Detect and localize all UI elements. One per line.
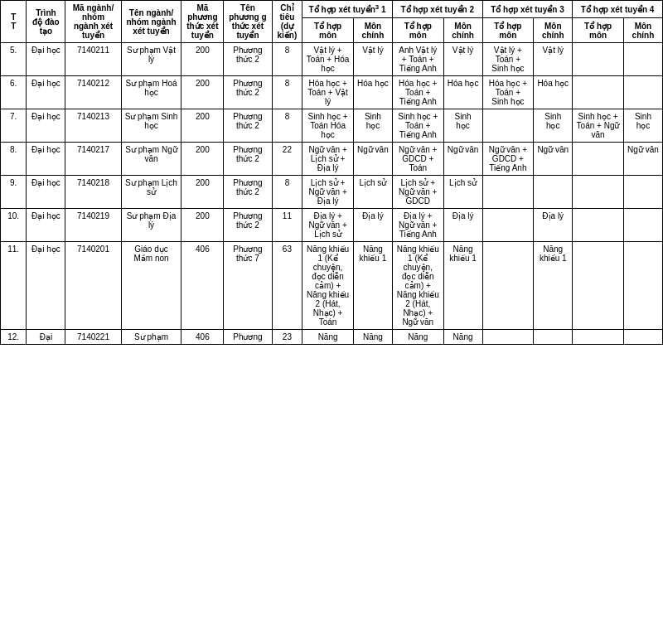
cell-ma: 7140218 — [65, 176, 121, 209]
cell-mon3: Hóa học — [534, 76, 573, 109]
cell-phuong: Phương thức 2 — [224, 43, 272, 76]
col-header-tohop2: Tổ hợp xét tuyển 2 — [392, 1, 482, 18]
cell-ma: 7140212 — [65, 76, 121, 109]
table-row: 7.Đại học7140213Sư phạm Sinh học200Phươn… — [1, 109, 663, 143]
table-row: 10.Đại học7140219Sư phạm Địa lý200Phương… — [1, 209, 663, 242]
col-header-tohop4: Tổ hợp xét tuyển 4 — [573, 1, 663, 18]
cell-maphuong: 200 — [181, 76, 224, 109]
col-header-tohop3-sub: Tổ hợp môn — [482, 18, 534, 43]
cell-maphuong: 406 — [181, 242, 224, 330]
cell-mon4 — [623, 176, 662, 209]
cell-phuong: Phương — [224, 330, 272, 345]
cell-mon1: Ngữ văn — [353, 143, 392, 176]
cell-trinh: Đại học — [27, 109, 65, 143]
cell-mon1: Năng — [353, 330, 392, 345]
cell-tohop4 — [573, 76, 624, 109]
cell-ten: Sư phạm Ngữ văn — [121, 143, 181, 176]
cell-tohop3: Hóa học + Toán + Sinh học — [482, 76, 534, 109]
cell-mon1: Lịch sử — [353, 176, 392, 209]
cell-trinh: Đại học — [27, 76, 65, 109]
cell-ten: Sư phạm Hoá học — [121, 76, 181, 109]
admission-table: TT Trình độ đào tạo Mã ngành/ nhóm ngành… — [0, 0, 663, 345]
cell-chi: 8 — [272, 176, 302, 209]
cell-mon2: Sinh học — [443, 109, 482, 143]
col-header-mon3-sub: Môn chính — [534, 18, 573, 43]
col-header-phuong: Tên phương g thức xét tuyển — [224, 1, 272, 43]
cell-tohop2: Năng — [392, 330, 443, 345]
cell-tohop2: Ngữ văn + GDCD + Toán — [392, 143, 443, 176]
cell-maphuong: 200 — [181, 43, 224, 76]
cell-tohop3 — [482, 242, 534, 330]
cell-tohop1: Sinh học + Toán Hóa học — [302, 109, 354, 143]
cell-tohop3: Ngữ văn + GDCD + Tiếng Anh — [482, 143, 534, 176]
cell-ma: 7140213 — [65, 109, 121, 143]
cell-maphuong: 200 — [181, 209, 224, 242]
cell-tohop4: Sinh học + Toán + Ngữ văn — [573, 109, 624, 143]
cell-chi: 8 — [272, 109, 302, 143]
cell-mon3: Sinh học — [534, 109, 573, 143]
col-header-tohop1: Tổ hợp xét tuyển3 1 — [302, 1, 393, 18]
cell-tohop3 — [482, 330, 534, 345]
cell-trinh: Đại — [27, 330, 65, 345]
cell-tt: 11. — [1, 242, 27, 330]
cell-phuong: Phương thức 7 — [224, 242, 272, 330]
cell-mon2: Lịch sử — [443, 176, 482, 209]
cell-tohop4 — [573, 176, 624, 209]
cell-mon2: Năng khiếu 1 — [443, 242, 482, 330]
cell-tohop2: Lịch sử + Ngữ văn + GDCD — [392, 176, 443, 209]
cell-tohop4 — [573, 209, 624, 242]
table-row: 5.Đại học7140211Sư phạm Vật lý200Phương … — [1, 43, 663, 76]
cell-mon3 — [534, 176, 573, 209]
col-header-trinh: Trình độ đào tạo — [27, 1, 65, 43]
cell-tohop3 — [482, 109, 534, 143]
cell-tohop3: Vật lý + Toán + Sinh học — [482, 43, 534, 76]
cell-tohop2: Anh Vật lý + Toán + Tiếng Anh — [392, 43, 443, 76]
cell-mon1: Sinh học — [353, 109, 392, 143]
col-header-tohop4-sub: Tổ hợp môn — [573, 18, 624, 43]
cell-tohop2: Hóa học + Toán + Tiếng Anh — [392, 76, 443, 109]
table-row: 6.Đại học7140212Sư phạm Hoá học200Phương… — [1, 76, 663, 109]
col-header-tt: TT — [1, 1, 27, 43]
cell-trinh: Đại học — [27, 176, 65, 209]
cell-chi: 8 — [272, 76, 302, 109]
cell-trinh: Đại học — [27, 242, 65, 330]
cell-ma: 7140219 — [65, 209, 121, 242]
cell-tohop3 — [482, 176, 534, 209]
cell-tohop3 — [482, 209, 534, 242]
cell-tohop2: Địa lý + Ngữ văn + Tiếng Anh — [392, 209, 443, 242]
cell-tohop4 — [573, 43, 624, 76]
cell-mon2: Vật lý — [443, 43, 482, 76]
col-header-ten: Tên ngành/ nhóm ngành xét tuyển — [121, 1, 181, 43]
table-row: 9.Đại học7140218Sư phạm Lịch sử200Phương… — [1, 176, 663, 209]
cell-tt: 7. — [1, 109, 27, 143]
col-header-mon2-sub: Môn chính — [443, 18, 482, 43]
cell-tt: 5. — [1, 43, 27, 76]
col-header-ma: Mã ngành/ nhóm ngành xét tuyển — [65, 1, 121, 43]
cell-mon4 — [623, 43, 662, 76]
cell-mon3: Ngữ văn — [534, 143, 573, 176]
cell-mon4 — [623, 330, 662, 345]
cell-mon2: Hóa học — [443, 76, 482, 109]
cell-tohop1: Hóa học + Toán + Vật lý — [302, 76, 354, 109]
col-header-tohop3: Tổ hợp xét tuyển 3 — [482, 1, 573, 18]
cell-mon3: Địa lý — [534, 209, 573, 242]
cell-phuong: Phương thức 2 — [224, 209, 272, 242]
cell-tt: 10. — [1, 209, 27, 242]
cell-tohop4 — [573, 242, 624, 330]
cell-phuong: Phương thức 2 — [224, 176, 272, 209]
cell-tohop1: Năng — [302, 330, 354, 345]
cell-chi: 8 — [272, 43, 302, 76]
cell-tohop4 — [573, 330, 624, 345]
cell-ten: Sư phạm Lịch sử — [121, 176, 181, 209]
cell-mon2: Ngữ văn — [443, 143, 482, 176]
cell-ma: 7140221 — [65, 330, 121, 345]
col-header-mon1-sub: Môn chính — [353, 18, 392, 43]
cell-phuong: Phương thức 2 — [224, 143, 272, 176]
cell-phuong: Phương thức 2 — [224, 109, 272, 143]
cell-maphuong: 200 — [181, 176, 224, 209]
cell-chi: 22 — [272, 143, 302, 176]
cell-trinh: Đại học — [27, 43, 65, 76]
cell-mon3 — [534, 330, 573, 345]
cell-tohop4 — [573, 143, 624, 176]
cell-maphuong: 200 — [181, 109, 224, 143]
